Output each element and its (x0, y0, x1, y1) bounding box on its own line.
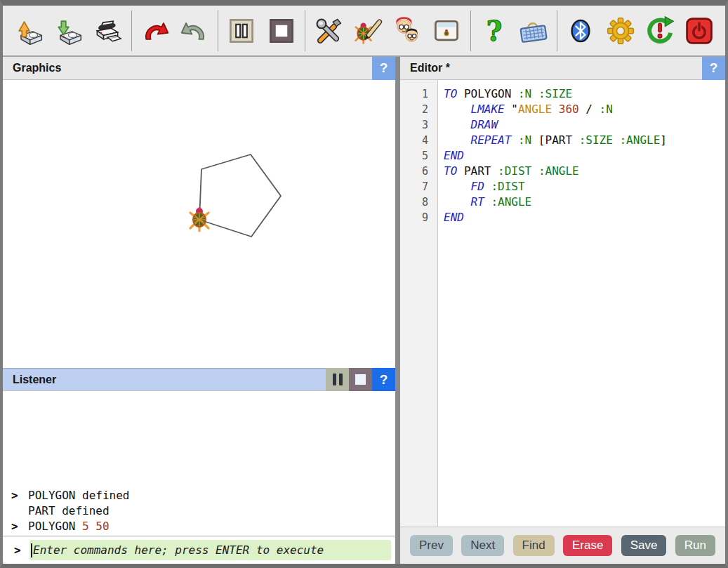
listener-prompt: > (11, 520, 28, 533)
app-window: ? (0, 0, 728, 568)
editor-header: Editor * ? (400, 57, 725, 80)
print-button[interactable] (91, 15, 124, 47)
code-line: 6TO PART :DIST :ANGLE (400, 164, 725, 179)
listener-help-button[interactable]: ? (372, 368, 395, 391)
help-icon: ? (479, 15, 510, 46)
listener-line: >POLYGON 5 50 (3, 518, 395, 534)
editor-toolbar: PrevNextFindEraseSaveRun (400, 527, 725, 564)
code-text: TO PART :DIST :ANGLE (438, 164, 579, 179)
listener-input-row: > Enter commands here; press ENTER to ex… (3, 536, 395, 564)
listener-prompt: > (11, 489, 28, 502)
pause-button[interactable] (225, 15, 258, 47)
input-prompt: > (14, 543, 29, 557)
line-number: 1 (400, 86, 438, 102)
redo-icon (140, 15, 171, 46)
code-line: 4 REPEAT :N [PART :SIZE :ANGLE] (400, 133, 725, 148)
code-text: END (438, 148, 464, 164)
line-number: 7 (400, 179, 438, 194)
pause-bar-icon (333, 374, 336, 385)
turtle-edit-button[interactable] (352, 15, 384, 47)
keyboard-button[interactable] (517, 15, 550, 47)
erase-button[interactable]: Erase (563, 535, 612, 556)
upload-icon (13, 15, 44, 46)
code-text: FD :DIST (438, 179, 525, 194)
listener-line: >POLYGON defined (3, 487, 395, 503)
panel-splitter[interactable] (395, 57, 400, 564)
toolbar-separator (131, 11, 132, 51)
line-number: 2 (400, 102, 438, 117)
next-button[interactable]: Next (461, 535, 504, 556)
code-line: 5END (400, 148, 725, 164)
find-button[interactable]: Find (513, 535, 555, 556)
main-area: Graphics ? (3, 57, 725, 564)
prev-button[interactable]: Prev (410, 535, 453, 556)
editor-title: Editor * (410, 62, 450, 74)
text-caret (31, 543, 32, 557)
code-line: 3 DRAW (400, 117, 725, 133)
characters-icon (392, 15, 423, 46)
code-text: LMAKE "ANGLE 360 / :N (438, 102, 613, 117)
power-button[interactable] (683, 15, 715, 47)
upload-button[interactable] (13, 15, 45, 47)
graphics-canvas (3, 80, 395, 368)
code-text: END (438, 210, 464, 225)
toolbar-separator (557, 11, 557, 51)
left-column: Graphics ? (3, 57, 395, 564)
line-number: 8 (400, 194, 438, 210)
reload-button[interactable] (644, 15, 676, 47)
graphics-header: Graphics ? (3, 57, 395, 80)
line-number: 6 (400, 164, 438, 179)
turtle-sprite (190, 207, 209, 231)
undo-button[interactable] (178, 15, 211, 47)
graphics-title: Graphics (13, 62, 61, 74)
code-text: TO POLYGON :N :SIZE (438, 86, 572, 102)
pause-icon (226, 15, 257, 46)
screen-icon (431, 15, 462, 46)
editor-panel: Editor * ? 1TO POLYGON :N :SIZE2 LMAKE "… (400, 57, 725, 564)
toolbar-separator (470, 11, 471, 51)
redo-button[interactable] (139, 15, 171, 47)
listener-title: Listener (13, 374, 56, 386)
toolbar: ? (3, 6, 725, 57)
turtle-edit-icon (352, 15, 383, 46)
stop-button[interactable] (265, 15, 298, 47)
tools-icon (313, 15, 344, 46)
line-number: 5 (400, 148, 438, 164)
settings-button[interactable] (604, 15, 637, 47)
help-button[interactable]: ? (478, 15, 510, 47)
command-input[interactable]: Enter commands here; press ENTER to exec… (29, 540, 391, 560)
code-text: REPEAT :N [PART :SIZE :ANGLE] (438, 133, 667, 148)
code-line: 2 LMAKE "ANGLE 360 / :N (400, 102, 725, 117)
run-button[interactable]: Run (675, 535, 715, 556)
bluetooth-button[interactable] (564, 15, 597, 47)
settings-icon (605, 15, 636, 46)
svg-text:?: ? (487, 15, 503, 46)
screen-button[interactable] (430, 15, 463, 47)
listener-line: PART defined (3, 503, 395, 518)
print-icon (92, 15, 123, 46)
line-number: 9 (400, 210, 438, 225)
code-line: 8 RT :ANGLE (400, 194, 725, 210)
line-number: 4 (400, 133, 438, 148)
listener-pause-button[interactable] (326, 368, 349, 391)
code-editor[interactable]: 1TO POLYGON :N :SIZE2 LMAKE "ANGLE 360 /… (400, 80, 725, 527)
pause-bar-icon (339, 374, 343, 385)
listener-header: Listener ? (3, 368, 395, 391)
characters-button[interactable] (391, 15, 423, 47)
turtle-drawing (3, 80, 395, 368)
code-line: 1TO POLYGON :N :SIZE (400, 86, 725, 102)
graphics-help-button[interactable]: ? (372, 57, 395, 80)
listener-output: >POLYGON definedPART defined>POLYGON 5 5… (3, 391, 395, 536)
download-button[interactable] (52, 15, 84, 47)
stop-icon (266, 15, 297, 46)
code-line: 9END (400, 210, 725, 225)
bluetooth-icon (565, 15, 596, 46)
editor-help-button[interactable]: ? (702, 57, 725, 80)
download-icon (53, 15, 84, 46)
undo-icon (179, 15, 210, 46)
save-button[interactable]: Save (621, 535, 667, 556)
pentagon-shape (199, 154, 281, 237)
listener-stop-button[interactable] (349, 368, 372, 391)
tools-button[interactable] (312, 15, 345, 47)
input-hint-text: Enter commands here; press ENTER to exec… (33, 543, 324, 557)
